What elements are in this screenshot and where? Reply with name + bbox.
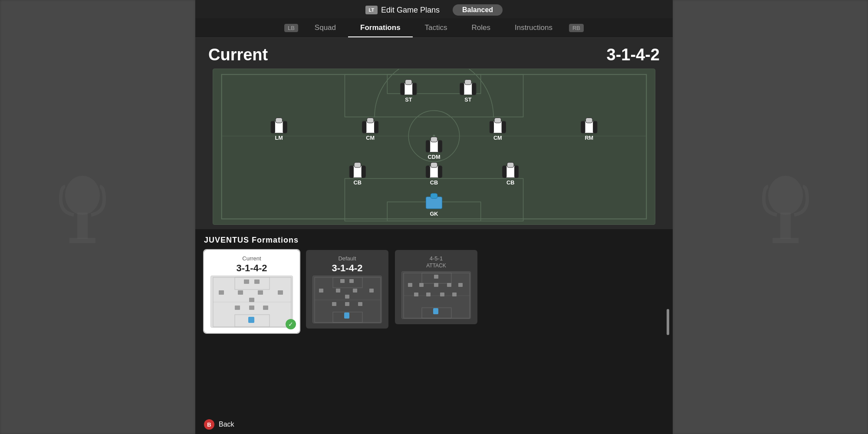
b-button[interactable]: B — [204, 419, 214, 430]
field-markings: ST ST LM — [213, 69, 655, 224]
current-formation-section: Current 3-1-4-2 — [195, 38, 673, 229]
svg-text:CM: CM — [366, 135, 375, 141]
svg-rect-17 — [412, 83, 417, 95]
card-default-subtitle: Default — [311, 255, 383, 262]
svg-point-0 — [65, 176, 100, 215]
svg-rect-62 — [514, 166, 519, 178]
card-default-formation: 3-1-4-2 — [311, 263, 383, 274]
svg-rect-26 — [271, 121, 275, 133]
tab-instructions[interactable]: Instructions — [503, 18, 565, 37]
svg-rect-92 — [336, 289, 340, 293]
svg-rect-21 — [460, 83, 464, 95]
tab-tactics[interactable]: Tactics — [413, 18, 460, 37]
svg-rect-99 — [344, 312, 349, 319]
nav-tabs: LB Squad Formations Tactics Roles Instru… — [195, 18, 673, 38]
svg-rect-109 — [447, 283, 451, 287]
juventus-formations-section: JUVENTUS Formations Current 3-1-4-2 — [195, 229, 673, 415]
svg-text:CDM: CDM — [428, 154, 441, 160]
svg-rect-52 — [362, 166, 366, 178]
lb-button[interactable]: LB — [284, 24, 298, 32]
svg-rect-16 — [401, 83, 405, 95]
lt-icon: LT — [365, 6, 378, 14]
svg-rect-31 — [362, 121, 367, 133]
svg-rect-110 — [458, 283, 463, 287]
svg-text:ST: ST — [405, 96, 412, 103]
svg-rect-81 — [249, 306, 254, 310]
svg-text:ST: ST — [464, 96, 471, 103]
svg-rect-48 — [431, 137, 437, 142]
card-current-formation: 3-1-4-2 — [209, 263, 294, 274]
svg-rect-97 — [345, 302, 349, 306]
svg-rect-105 — [434, 275, 438, 279]
svg-rect-76 — [238, 290, 243, 295]
svg-rect-94 — [369, 289, 374, 293]
svg-rect-106 — [408, 283, 412, 287]
tab-formations[interactable]: Formations — [348, 18, 413, 37]
svg-rect-5 — [773, 238, 799, 243]
rb-button[interactable]: RB — [569, 24, 584, 32]
edit-game-plans-label: Edit Game Plans — [381, 6, 440, 15]
svg-rect-89 — [340, 279, 345, 283]
svg-rect-90 — [349, 279, 354, 283]
svg-rect-23 — [464, 79, 471, 85]
card-attack-sub: ATTACK — [400, 263, 472, 269]
mini-field-current — [210, 276, 293, 328]
formation-code: 3-1-4-2 — [607, 46, 660, 64]
trophy-icon-right — [760, 174, 812, 260]
svg-rect-114 — [452, 293, 457, 296]
svg-text:RM: RM — [585, 135, 593, 141]
svg-rect-79 — [249, 298, 254, 302]
soccer-field: ST ST LM — [213, 69, 655, 225]
tab-squad[interactable]: Squad — [302, 18, 348, 37]
svg-rect-78 — [278, 290, 283, 295]
svg-rect-53 — [354, 162, 361, 168]
svg-rect-32 — [374, 121, 378, 133]
mini-field-svg-current — [211, 276, 293, 328]
svg-rect-38 — [494, 118, 501, 123]
tab-roles[interactable]: Roles — [460, 18, 503, 37]
svg-rect-66 — [431, 194, 437, 199]
svg-rect-37 — [502, 121, 506, 133]
formation-header: Current 3-1-4-2 — [208, 46, 660, 64]
trophy-icon-left — [56, 174, 108, 260]
svg-rect-61 — [503, 166, 507, 178]
current-label: Current — [208, 46, 268, 64]
svg-rect-36 — [490, 121, 494, 133]
svg-rect-28 — [276, 118, 283, 123]
svg-rect-113 — [440, 293, 444, 296]
svg-text:GK: GK — [430, 210, 438, 217]
svg-rect-47 — [438, 140, 442, 152]
svg-rect-1 — [77, 213, 88, 239]
svg-rect-83 — [248, 317, 254, 323]
svg-rect-4 — [780, 213, 791, 239]
main-panel: LT Edit Game Plans Balanced LB Squad For… — [195, 0, 673, 434]
svg-rect-42 — [593, 121, 597, 133]
svg-rect-33 — [367, 118, 374, 123]
selected-checkmark: ✓ — [286, 319, 296, 329]
header-title-group: LT Edit Game Plans — [365, 6, 440, 15]
mini-field-attack — [401, 271, 471, 319]
balanced-pill[interactable]: Balanced — [453, 4, 503, 16]
formation-card-attack[interactable]: 4-5-1 ATTACK — [395, 250, 477, 324]
svg-rect-73 — [244, 279, 249, 284]
svg-point-3 — [768, 176, 803, 215]
svg-rect-51 — [349, 166, 354, 178]
svg-rect-93 — [353, 289, 357, 293]
svg-rect-96 — [332, 302, 336, 306]
svg-rect-58 — [431, 162, 437, 168]
formation-card-default[interactable]: Default 3-1-4-2 — [306, 250, 388, 329]
svg-rect-112 — [426, 293, 431, 296]
card-current-subtitle: Current — [209, 255, 294, 262]
svg-text:CB: CB — [354, 179, 362, 186]
svg-text:LM: LM — [275, 135, 283, 141]
mini-field-svg-default — [313, 276, 382, 323]
svg-rect-107 — [419, 283, 424, 287]
svg-text:CB: CB — [430, 179, 438, 186]
bottom-bar: B Back — [195, 415, 673, 434]
formation-cards-list: Current 3-1-4-2 — [204, 250, 664, 333]
svg-rect-111 — [414, 293, 418, 296]
formation-card-current[interactable]: Current 3-1-4-2 — [204, 250, 299, 333]
svg-text:CB: CB — [506, 179, 514, 186]
scrollbar[interactable] — [667, 309, 669, 335]
svg-rect-98 — [358, 302, 362, 306]
